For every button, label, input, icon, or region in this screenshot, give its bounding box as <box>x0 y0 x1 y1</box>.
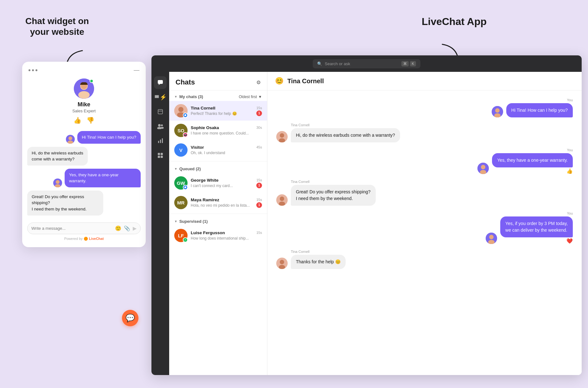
chat-list-panel: Chats ⚙ ▼ My chats (3) Oldest first ▼ <box>169 72 267 375</box>
tina-preview: Perfect! Thanks for help 😊 <box>191 111 237 116</box>
visitor-name: Visitor <box>191 145 204 150</box>
widget-messages: Hi Tina! How can I help you? Hi, do the … <box>22 128 146 219</box>
svg-point-6 <box>56 180 60 184</box>
visitor-time: 45s <box>256 145 262 149</box>
widget-input-icons: 🙂 📎 ▶ <box>115 225 137 231</box>
widget-user-avatar <box>66 135 75 144</box>
svg-point-7 <box>55 184 61 187</box>
supervised-label: Supervised (1) <box>179 219 208 224</box>
maya-avatar: MR <box>174 196 188 209</box>
svg-point-22 <box>178 107 183 112</box>
sidebar-item-chats-list[interactable]: ⚡ <box>154 91 167 103</box>
svg-rect-14 <box>158 141 159 143</box>
msg-contact-3: Tina Cornell Thanks for the help 😊 <box>276 250 573 269</box>
widget-minimize-button[interactable]: — <box>134 67 139 73</box>
thumbs-up-icon[interactable]: 👍 <box>74 116 81 124</box>
queued-toggle[interactable]: ▼ Queued (2) <box>174 166 201 171</box>
livechat-brand: 🟠 LiveChat <box>84 237 104 241</box>
svg-rect-20 <box>161 156 163 158</box>
svg-rect-18 <box>161 153 163 155</box>
thumbs-down-icon[interactable]: 👎 <box>86 116 94 124</box>
app-topbar: 🔍 Search or ask ⌘ K <box>151 55 582 72</box>
svg-point-28 <box>280 133 284 138</box>
search-icon: 🔍 <box>317 61 322 66</box>
svg-point-10 <box>158 124 161 127</box>
svg-rect-9 <box>158 110 163 114</box>
luise-time: 15s <box>256 231 262 235</box>
agent-avatar-wrap <box>74 78 94 99</box>
msg-content-contact-1: Tina Cornell Hi, do the wireless earbuds… <box>291 123 400 142</box>
chat-item-maya[interactable]: MR Maya Ramirez 15s Hola, no veo mi pedi… <box>169 193 267 212</box>
msg-content-contact-2: Tina Cornell Great! Do you offer express… <box>291 180 376 206</box>
msg-avatar-you-1 <box>492 106 503 117</box>
chat-fab-button[interactable]: 💬 <box>122 310 138 326</box>
tina-name: Tina Cornell <box>191 106 215 110</box>
chat-item-sophie[interactable]: SO 📷 Sophie Osaka 30s I have one more qu… <box>169 121 267 140</box>
sophie-info: Sophie Osaka 30s I have one more questio… <box>191 125 262 136</box>
george-messenger-badge <box>183 185 188 190</box>
sidebar-item-analytics[interactable] <box>154 135 167 147</box>
msg-contact-1: Tina Cornell Hi, do the wireless earbuds… <box>276 123 573 142</box>
msg-sender-contact-3: Tina Cornell <box>291 250 346 253</box>
widget-message-input[interactable] <box>31 226 112 231</box>
sort-selector[interactable]: Oldest first ▼ <box>239 95 262 99</box>
supervised-chevron-icon: ▼ <box>174 220 177 223</box>
luise-avatar: LF ✓ <box>174 229 188 242</box>
widget-header: — <box>22 62 146 76</box>
widget-message-user-2: Yes, they have a one-year warranty. <box>27 169 141 187</box>
svg-point-11 <box>161 124 163 126</box>
svg-point-2 <box>78 91 90 99</box>
contact-status-emoji: 😊 <box>275 77 284 85</box>
svg-point-34 <box>280 197 284 201</box>
chat-widget: — Mike Sales Expert 👍 👎 <box>22 62 146 247</box>
chat-main-header: 😊 Tina Cornell <box>267 72 582 91</box>
app-sidebar: ⚡ <box>151 72 169 375</box>
sidebar-item-team[interactable] <box>154 120 167 133</box>
my-chats-toggle[interactable]: ▼ My chats (3) <box>174 94 203 99</box>
sidebar-item-reports[interactable] <box>154 105 167 118</box>
chat-item-visitor[interactable]: V Visitor 45s Oh, ok. I understand <box>169 140 267 160</box>
chevron-down-icon: ▼ <box>174 95 177 98</box>
widget-input-area[interactable]: 🙂 📎 ▶ <box>27 222 141 234</box>
george-unread: 1 <box>256 183 262 188</box>
keyboard-shortcut: ⌘ K <box>401 61 416 66</box>
livechat-app: 🔍 Search or ask ⌘ K ⚡ <box>151 55 582 375</box>
widget-bubble-user-1: Hi Tina! How can I help you? <box>77 131 141 144</box>
msg-sender-contact-2: Tina Cornell <box>291 180 376 184</box>
luise-check-badge: ✓ <box>183 237 188 242</box>
online-indicator <box>90 79 93 83</box>
emoji-icon[interactable]: 🙂 <box>115 225 121 231</box>
powered-by: Powered by 🟠 LiveChat <box>22 237 146 241</box>
widget-bubble-user-2: Yes, they have a one-year warranty. <box>65 169 141 187</box>
agent-rating: 👍 👎 <box>74 116 94 124</box>
msg-sender-you-2: You <box>492 148 573 152</box>
msg-reaction-you-3: ❤️ <box>500 238 573 244</box>
search-bar[interactable]: 🔍 Search or ask ⌘ K <box>313 59 420 68</box>
send-icon[interactable]: ▶ <box>133 225 137 231</box>
supervised-toggle[interactable]: ▼ Supervised (1) <box>174 219 208 224</box>
msg-bubble-contact-1: Hi, do the wireless earbuds come with a … <box>291 128 400 142</box>
widget-bubble-contact-2: Great! Do you offer express shipping?I n… <box>27 191 103 216</box>
chat-item-luise[interactable]: LF ✓ Luise Fergusson 15s How long does i… <box>169 226 267 245</box>
chat-main-panel: 😊 Tina Cornell You Hi Tina! How can I he… <box>267 72 582 375</box>
sidebar-item-apps[interactable] <box>154 149 167 162</box>
msg-content-you-3: You Yes, if you order by 3 PM today,we c… <box>500 211 573 244</box>
chat-item-tina[interactable]: Tina Cornell 15s Perfect! Thanks for hel… <box>169 101 267 121</box>
contact-name: Tina Cornell <box>287 78 324 85</box>
app-body: ⚡ <box>151 72 582 375</box>
msg-avatar-contact-2 <box>276 194 288 206</box>
chat-item-george[interactable]: GW George White 15s I can't connect my c… <box>169 173 267 193</box>
queued-header: ▼ Queued (2) <box>169 163 267 173</box>
queued-chevron-icon: ▼ <box>174 167 177 171</box>
widget-user-avatar-2 <box>53 178 62 187</box>
attachment-icon[interactable]: 📎 <box>124 225 130 231</box>
agent-title: Sales Expert <box>72 109 96 113</box>
filter-icon[interactable]: ⚙ <box>256 79 261 85</box>
sort-chevron-icon: ▼ <box>258 95 262 99</box>
george-time: 15s <box>256 178 262 182</box>
svg-rect-8 <box>158 80 163 84</box>
msg-bubble-you-3: Yes, if you order by 3 PM today,we can d… <box>500 216 573 237</box>
sidebar-item-chat[interactable] <box>154 76 167 89</box>
msg-bubble-contact-3: Thanks for the help 😊 <box>291 255 346 269</box>
visitor-info: Visitor 45s Oh, ok. I understand <box>191 145 262 155</box>
